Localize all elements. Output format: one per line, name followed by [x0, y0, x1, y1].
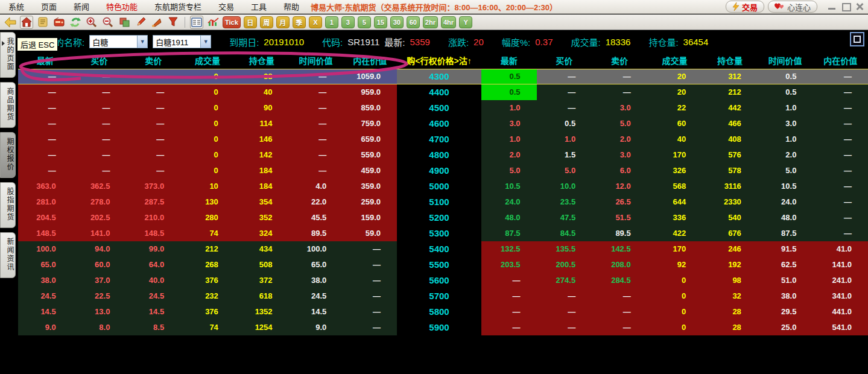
- sidebar-tab-3[interactable]: 期权报价: [0, 132, 16, 178]
- back-arrow-icon[interactable]: [4, 16, 17, 29]
- call-header-2[interactable]: 买价: [72, 53, 127, 69]
- chevron-down-icon[interactable]: ▼: [200, 36, 211, 48]
- option-row-4400[interactable]: ———040—959.044000.5——202120.5—: [18, 84, 868, 100]
- period-button-月[interactable]: 月: [276, 16, 290, 28]
- call-header-1[interactable]: 最新: [18, 53, 72, 69]
- sidebar-tab-5[interactable]: 新闻资讯: [0, 232, 16, 278]
- period-button-y[interactable]: Y: [459, 16, 472, 28]
- contract-select[interactable]: 白糖1911 ▼: [153, 35, 211, 48]
- cell: 40: [235, 84, 289, 100]
- heart-link-button[interactable]: 心连心: [768, 1, 817, 13]
- chevron-down-icon[interactable]: ▼: [137, 36, 147, 48]
- trade-button[interactable]: 交易: [726, 1, 764, 13]
- cell: 232: [180, 288, 235, 304]
- fm-icon[interactable]: [52, 16, 66, 29]
- cell: 259.0: [343, 194, 397, 210]
- menu-item-8[interactable]: 帮助: [275, 0, 308, 14]
- strike-price: 5300: [397, 226, 481, 241]
- option-row-5500[interactable]: 65.060.064.026850865.0—5500203.5200.5208…: [18, 257, 868, 273]
- period-button-5[interactable]: 5: [358, 16, 371, 28]
- quote-board-icon[interactable]: [190, 16, 203, 29]
- cell: —: [813, 147, 868, 163]
- kline-icon[interactable]: [206, 16, 220, 29]
- put-header-3[interactable]: 卖价: [592, 53, 647, 69]
- put-header-6[interactable]: 时间价值: [758, 53, 813, 69]
- minimize-icon[interactable]: [826, 2, 838, 11]
- period-button-3[interactable]: 3: [341, 16, 355, 28]
- underlying-select[interactable]: 白糖 ▼: [89, 35, 148, 48]
- option-row-4700[interactable]: ———0146—659.047001.01.02.0404081.0—: [18, 132, 868, 147]
- maximize-icon[interactable]: [840, 2, 852, 11]
- option-row-5700[interactable]: 24.522.524.523261824.5—5700———03238.0341…: [18, 288, 868, 304]
- option-row-5200[interactable]: 204.5202.5210.028035245.5159.0520048.047…: [18, 210, 868, 226]
- sidebar-tab-2[interactable]: 商品期货: [0, 82, 16, 128]
- zoom-in-icon[interactable]: [85, 16, 98, 29]
- call-header-6[interactable]: 时间价值: [289, 53, 343, 69]
- option-row-5900[interactable]: 9.08.08.57412549.0—5900———02825.0541.0: [18, 320, 868, 335]
- period-button-季[interactable]: 季: [293, 16, 306, 28]
- period-button-15[interactable]: 15: [374, 16, 387, 28]
- option-row-4600[interactable]: ———0114—759.046003.00.55.0604663.0—: [18, 116, 868, 132]
- cell: 541.0: [813, 320, 868, 335]
- menu-item-4[interactable]: 特色功能: [98, 0, 146, 14]
- call-header-3[interactable]: 卖价: [126, 53, 180, 69]
- refresh-icon[interactable]: [69, 16, 82, 29]
- call-header-4[interactable]: 成交量: [180, 53, 235, 69]
- option-row-4300[interactable]: ———038—1059.043000.5——203120.5—: [18, 69, 868, 84]
- strike-price: 4800: [397, 147, 481, 163]
- option-row-5400[interactable]: 100.094.099.0212434100.0—5400132.5135.51…: [18, 241, 868, 257]
- strike-column-header[interactable]: 购<行权价格>沽↑: [397, 53, 481, 69]
- call-header-7[interactable]: 内在价值: [343, 53, 397, 69]
- put-header-2[interactable]: 买价: [537, 53, 592, 69]
- option-row-4500[interactable]: ———090—859.045001.0—3.0224421.0—: [18, 100, 868, 116]
- memo-icon[interactable]: [36, 16, 49, 29]
- period-button-4hr[interactable]: 4hr: [441, 16, 456, 28]
- option-row-4900[interactable]: ———0184—459.049005.05.06.03265785.0—: [18, 163, 868, 179]
- menu-item-3[interactable]: 新闻: [65, 0, 98, 14]
- layers-icon[interactable]: [118, 16, 131, 29]
- cell: 0: [647, 273, 703, 288]
- period-button-日[interactable]: 日: [244, 16, 257, 28]
- cell: 132.5: [481, 241, 537, 257]
- cell: 59.0: [343, 226, 397, 241]
- option-row-5000[interactable]: 363.0362.5373.0101844.0359.0500010.510.0…: [18, 179, 868, 194]
- menu-item-5[interactable]: 东航期货专栏: [146, 0, 210, 14]
- put-header-7[interactable]: 内在价值: [813, 53, 868, 69]
- option-chain-header: 最新买价卖价成交量持仓量时间价值内在价值 购<行权价格>沽↑ 最新买价卖价成交量…: [18, 53, 868, 69]
- cell: 38.0: [758, 288, 813, 304]
- period-button-tick[interactable]: Tick: [223, 16, 241, 28]
- period-button-1[interactable]: 1: [325, 16, 338, 28]
- option-row-5600[interactable]: 38.037.040.037637238.0—5600—274.5284.509…: [18, 273, 868, 288]
- put-header-1[interactable]: 最新: [481, 53, 537, 69]
- pencil-icon[interactable]: [134, 16, 147, 29]
- home-icon[interactable]: [20, 16, 33, 29]
- zoom-out-icon[interactable]: [101, 16, 115, 29]
- close-icon[interactable]: [854, 2, 866, 11]
- sidebar-tab-4[interactable]: 股指期货: [0, 182, 16, 228]
- sidebar-tab-1[interactable]: 我的页面: [0, 32, 16, 78]
- option-row-5300[interactable]: 148.5141.0148.57432489.559.0530087.584.5…: [18, 226, 868, 241]
- put-header-5[interactable]: 持仓量: [702, 53, 758, 69]
- menu-item-2[interactable]: 页面: [33, 0, 65, 14]
- option-row-4800[interactable]: ———0142—559.048002.01.53.01705762.0—: [18, 147, 868, 163]
- quote-window: 我的页面商品期货期权报价股指期货新闻资讯 标的名称: 白糖 ▼ 白糖1911 ▼…: [0, 30, 868, 374]
- option-row-5800[interactable]: 14.513.014.5376135214.5—5800———02829.544…: [18, 304, 868, 320]
- period-button-60[interactable]: 60: [407, 16, 420, 28]
- period-button-30[interactable]: 30: [390, 16, 404, 28]
- period-button-x[interactable]: X: [309, 16, 322, 28]
- horn-icon[interactable]: [150, 16, 163, 29]
- code-value: SR1911: [347, 37, 379, 47]
- restore-window-icon[interactable]: [850, 32, 864, 46]
- option-row-5100[interactable]: 281.0278.0287.513035422.0259.0510024.023…: [18, 194, 868, 210]
- period-button-周[interactable]: 周: [260, 16, 273, 28]
- call-header-5[interactable]: 持仓量: [235, 53, 289, 69]
- cell: 148.5: [126, 226, 180, 241]
- funnel-icon[interactable]: [166, 16, 180, 29]
- menu-item-7[interactable]: 工具: [242, 0, 275, 14]
- period-button-2hr[interactable]: 2hr: [423, 16, 438, 28]
- menu-item-1[interactable]: 系统: [0, 0, 33, 14]
- cell: 1.0: [758, 100, 813, 116]
- put-header-4[interactable]: 成交量: [647, 53, 703, 69]
- cell: 859.0: [343, 100, 397, 116]
- menu-item-6[interactable]: 交易: [210, 0, 242, 14]
